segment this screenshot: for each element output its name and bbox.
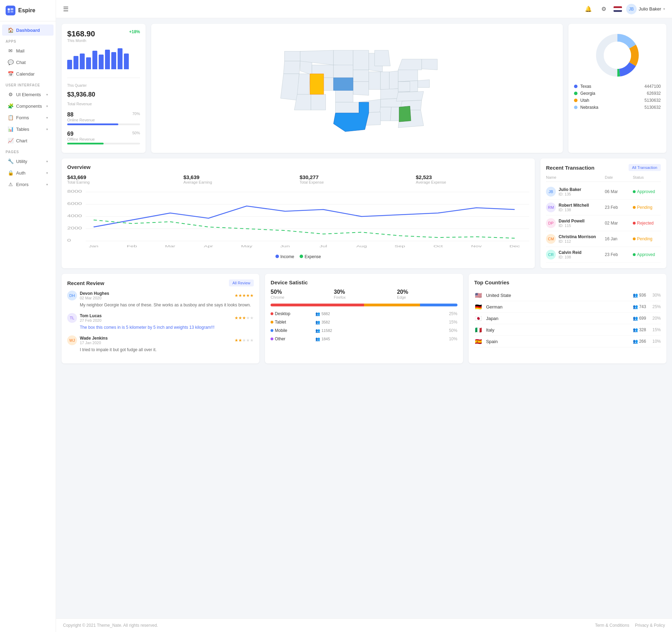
sidebar: Espire 🏠 Dashboard APPS ✉ Mail 💬 Chat 📅 … (0, 0, 56, 632)
country-pct: 25% (652, 304, 661, 309)
sidebar-item-mail[interactable]: ✉ Mail (2, 45, 54, 56)
overview-title: Overview (67, 164, 529, 170)
settings-icon[interactable]: ⚙ (598, 3, 609, 15)
bar-chart (67, 48, 140, 69)
svg-marker-36 (396, 91, 424, 101)
star-empty-icon: ★ (250, 315, 254, 320)
review-text: My neighbor Georgie has one of these. Sh… (80, 302, 254, 308)
reviewer-name: Wade Jenkins (80, 336, 108, 341)
reviews-card: Recent Review All Review DH Devon Hughes… (62, 274, 259, 363)
donut-card: Texas 4447100 Georgia 626932 Utah 513063… (568, 24, 666, 153)
chevron-down-icon: ▾ (46, 116, 48, 120)
star-empty-icon: ★ (246, 315, 250, 320)
country-user-count: 👥 699 (633, 316, 646, 321)
firefox-label: Firefox (334, 295, 394, 299)
svg-marker-39 (418, 79, 430, 87)
sidebar-item-chat[interactable]: 💬 Chat (2, 57, 54, 68)
browser-distribution-bar (271, 304, 457, 306)
review-item: DH Devon Hughes 02 Mar 2020 ★★★★★ My nei… (67, 291, 254, 308)
legend-dot (574, 92, 578, 95)
svg-marker-14 (311, 94, 326, 110)
logo[interactable]: Espire (0, 0, 56, 21)
table-row: DP David Powell ID: 115 02 Mar Rejected (546, 215, 661, 231)
sidebar-item-dashboard[interactable]: 🏠 Dashboard (2, 24, 54, 36)
offline-progress-fill (67, 143, 104, 144)
sidebar-section-apps: APPS (0, 36, 56, 45)
firefox-bar-segment (364, 304, 420, 306)
svg-marker-40 (422, 59, 438, 70)
txn-date: 23 Feb (605, 205, 633, 210)
svg-text:Sep: Sep (394, 244, 405, 248)
language-flag[interactable] (614, 6, 622, 12)
all-reviews-button[interactable]: All Review (229, 279, 254, 286)
svg-text:Apr: Apr (204, 244, 213, 248)
review-item: WJ Wade Jenkins 17 Jan 2020 ★★★★★ I trie… (67, 335, 254, 353)
reviewer-name: Tom Lucas (80, 313, 102, 318)
ov-stat-value: $2,523 (416, 174, 529, 180)
sidebar-item-auth[interactable]: 🔒 Auth ▾ (2, 167, 54, 178)
sidebar-item-chart[interactable]: 📈 Chart (2, 135, 54, 146)
sidebar-item-components[interactable]: 🧩 Components ▾ (2, 100, 54, 112)
chevron-down-icon: ▾ (46, 159, 48, 163)
review-user-info: Tom Lucas 27 Feb 2020 (80, 313, 102, 322)
sidebar-item-utility[interactable]: 🔧 Utility ▾ (2, 156, 54, 167)
svg-marker-17 (353, 50, 369, 70)
star-filled-icon: ★ (234, 293, 238, 298)
txn-user-name: David Powell (559, 219, 584, 223)
bar (99, 55, 104, 69)
sidebar-item-calendar[interactable]: 📅 Calendar (2, 68, 54, 79)
line-chart: 8000 6000 4000 2000 0 (67, 189, 529, 251)
txn-date: 16 Jan (605, 236, 633, 241)
sidebar-item-ui-elements[interactable]: ⚙ UI Elements ▾ (2, 89, 54, 100)
legend-name: Utah (580, 98, 642, 103)
txn-date: 23 Feb (605, 252, 633, 257)
svg-text:2000: 2000 (67, 226, 82, 230)
txn-user-info: Julio Baker ID: 135 (559, 187, 581, 196)
svg-marker-34 (398, 59, 422, 70)
list-item: 🇪🇸 Spain 👥 266 10% (474, 336, 661, 347)
star-filled-icon: ★ (238, 315, 242, 320)
txn-user-info: Robert Mitchell ID: 138 (559, 203, 589, 212)
list-item: 🇺🇸 United State 👥 936 30% (474, 290, 661, 301)
review-date: 17 Jan 2020 (80, 341, 108, 345)
sidebar-item-errors[interactable]: ⚠ Errors ▾ (2, 179, 54, 190)
sidebar-item-label: Dashboard (16, 28, 40, 33)
user-menu[interactable]: JB Julio Baker ▾ (626, 4, 665, 14)
svg-marker-33 (398, 69, 418, 81)
device-users-icon: 👥 11582 (315, 328, 416, 333)
country-name: United State (486, 293, 629, 298)
menu-icon[interactable]: ☰ (63, 5, 69, 13)
sidebar-nav: 🏠 Dashboard APPS ✉ Mail 💬 Chat 📅 Calenda… (0, 21, 56, 193)
all-transactions-button[interactable]: All Transaction (629, 164, 661, 171)
bar (80, 54, 85, 69)
svg-text:6000: 6000 (67, 202, 82, 206)
sidebar-item-forms[interactable]: 📋 Forms ▾ (2, 112, 54, 123)
txn-title: Recent Transaction (546, 165, 594, 171)
calendar-icon: 📅 (8, 71, 13, 77)
avatar: JB (626, 4, 637, 14)
device-row: Other 👥 1845 10% (271, 336, 457, 341)
svg-marker-25 (380, 72, 389, 89)
star-filled-icon: ★ (238, 293, 242, 298)
sidebar-item-label: Components (16, 104, 42, 109)
svg-marker-23 (374, 50, 390, 66)
sidebar-item-tables[interactable]: 📊 Tables ▾ (2, 123, 54, 135)
country-pct: 15% (652, 327, 661, 332)
svg-text:Aug: Aug (356, 244, 367, 248)
privacy-link[interactable]: Privacy & Policy (635, 623, 665, 628)
col-status: Status (633, 175, 661, 179)
device-dot (271, 329, 273, 332)
notification-icon[interactable]: 🔔 (583, 3, 594, 15)
overview-stat-item: $2,523 Average Expense (416, 174, 529, 184)
txn-user-name: Christina Morrison (559, 234, 596, 239)
device-dot (271, 312, 273, 315)
device-name: Other (271, 336, 313, 341)
online-value: 88 (67, 112, 74, 118)
legend-name: Georgia (580, 91, 644, 96)
svg-text:Nov: Nov (471, 244, 482, 248)
star-filled-icon: ★ (234, 338, 238, 343)
terms-link[interactable]: Term & Conditions (595, 623, 629, 628)
components-icon: 🧩 (8, 103, 13, 109)
utility-icon: 🔧 (8, 158, 13, 164)
svg-text:May: May (241, 244, 252, 248)
